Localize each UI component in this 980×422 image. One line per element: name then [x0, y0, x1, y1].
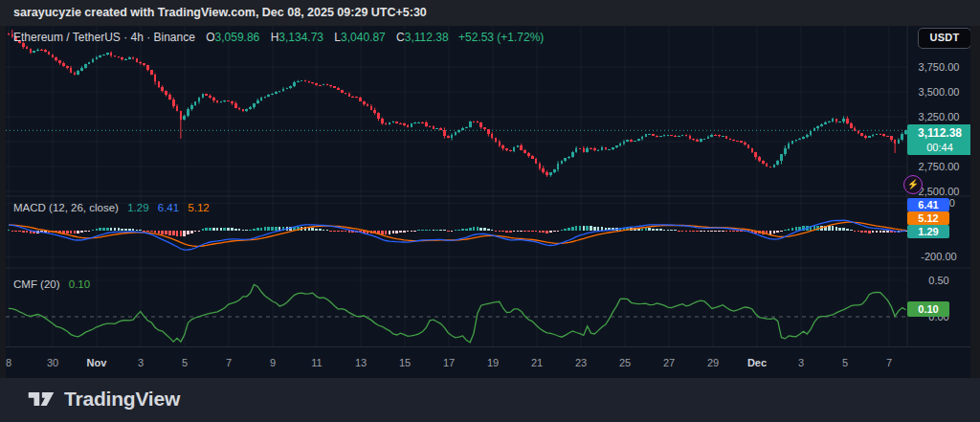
- macd-value-badge: 5.12: [907, 211, 949, 225]
- cmf-indicator-title[interactable]: CMF (20) 0.10: [13, 278, 90, 290]
- macd-hist-value: 1.29: [127, 202, 148, 213]
- current-price-badge: 3,112.38 00:44: [907, 124, 970, 155]
- macd-signal-value: 5.12: [188, 202, 209, 213]
- time-tick-nov: Nov: [87, 356, 107, 369]
- time-tick-30: 30: [47, 356, 58, 369]
- time-tick-5: 5: [842, 356, 848, 369]
- time-tick-21: 21: [531, 356, 543, 369]
- time-tick-15: 15: [399, 356, 411, 369]
- macd-line-value: 6.41: [158, 202, 179, 213]
- time-tick-17: 17: [443, 356, 455, 369]
- ohlc-open-label: O: [206, 31, 214, 44]
- price-scale-label: 3,750.00: [907, 60, 970, 74]
- ohlc-close-label: C: [396, 31, 405, 44]
- time-tick-23: 23: [575, 356, 587, 369]
- time-tick-7: 7: [886, 356, 892, 369]
- chart-widget: Ethereum / TetherUS · 4h · Binance O3,05…: [6, 26, 970, 378]
- time-tick-9: 9: [270, 356, 276, 369]
- macd-value-badge: 1.29: [907, 225, 949, 238]
- ohlc-high-label: H: [271, 31, 279, 44]
- ohlc-low-value: 3,040.87: [341, 31, 386, 44]
- tradingview-logo-icon: [27, 388, 56, 411]
- time-tick-19: 19: [487, 356, 499, 369]
- footer-bar: TradingView: [0, 378, 980, 422]
- symbol-title[interactable]: Ethereum / TetherUS · 4h · Binance: [13, 31, 195, 44]
- ohlc-high-value: 3,134.73: [278, 31, 323, 44]
- ohlc-close-value: 3,112.38: [405, 31, 449, 44]
- price-scale-label: 2,750.00: [907, 160, 970, 173]
- attribution-text: sarayucyzie created with TradingView.com…: [13, 6, 427, 19]
- time-tick-29: 29: [707, 356, 719, 369]
- price-change: +52.53 (+1.72%): [458, 31, 544, 44]
- time-tick-11: 11: [311, 356, 322, 369]
- time-tick-7: 7: [226, 356, 232, 369]
- symbol-header[interactable]: Ethereum / TetherUS · 4h · Binance O3,05…: [13, 31, 544, 46]
- cmf-value-badge: 0.10: [907, 301, 949, 317]
- currency-toggle-button[interactable]: USDT: [918, 28, 970, 49]
- time-axis[interactable]: 830Nov357911131517192123252729Dec357: [6, 346, 970, 378]
- time-tick-5: 5: [182, 356, 188, 369]
- price-scale-label: 3,250.00: [907, 110, 970, 123]
- macd-scale-label: -200.00: [907, 250, 970, 263]
- time-tick-13: 13: [355, 356, 367, 369]
- cmf-value: 0.10: [69, 278, 90, 290]
- current-price: 3,112.38: [907, 126, 970, 141]
- macd-indicator-title[interactable]: MACD (12, 26, close) 1.29 6.41 5.12: [13, 202, 210, 213]
- candle-countdown: 00:44: [907, 141, 970, 155]
- time-tick-3: 3: [138, 356, 144, 369]
- tradingview-wordmark: TradingView: [64, 388, 180, 411]
- time-tick-dec: Dec: [747, 356, 767, 369]
- lightning-icon[interactable]: ⚡: [903, 175, 923, 194]
- attribution-bar: sarayucyzie created with TradingView.com…: [0, 0, 980, 26]
- macd-value-badge: 6.41: [907, 198, 949, 211]
- ohlc-open-value: 3,059.86: [215, 31, 260, 44]
- time-tick-25: 25: [619, 356, 631, 369]
- time-tick-8: 8: [6, 356, 11, 369]
- time-tick-3: 3: [798, 356, 804, 369]
- cmf-scale-label: 0.50: [907, 274, 970, 287]
- time-tick-27: 27: [663, 356, 675, 369]
- tradingview-logo[interactable]: TradingView: [27, 388, 180, 411]
- price-scale-label: 3,500.00: [907, 85, 970, 99]
- chart-canvas[interactable]: [6, 26, 970, 346]
